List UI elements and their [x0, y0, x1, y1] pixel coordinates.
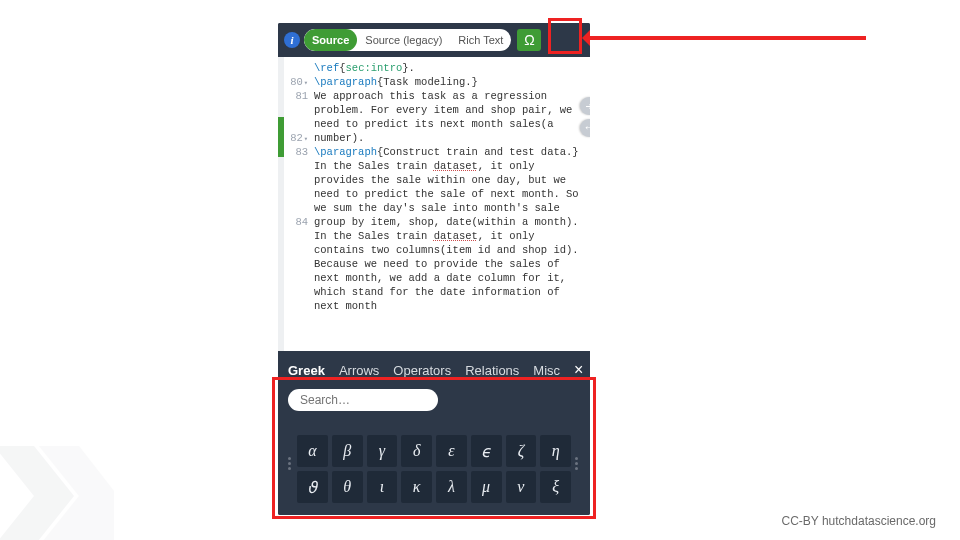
code-editor[interactable]: 80▾8182▾8384 \ref{sec:intro}.\paragraph{… — [278, 57, 590, 351]
annotation-arrow — [586, 36, 866, 40]
code-line[interactable]: \ref{sec:intro}. — [314, 61, 584, 75]
code-line[interactable]: \paragraph{Construct train and test data… — [314, 145, 584, 159]
symbol-category-tabs: Greek Arrows Operators Relations Misc × — [288, 361, 580, 379]
symbol-ξ[interactable]: ξ — [540, 471, 571, 503]
symbol-α[interactable]: α — [297, 435, 328, 467]
drag-handle-icon[interactable] — [288, 457, 293, 470]
symbol-palette: Greek Arrows Operators Relations Misc × … — [278, 351, 590, 515]
symbol-ν[interactable]: ν — [506, 471, 537, 503]
symbol-ε[interactable]: ε — [436, 435, 467, 467]
symbol-δ[interactable]: δ — [401, 435, 432, 467]
code-content[interactable]: \ref{sec:intro}.\paragraph{Task modeling… — [312, 57, 590, 351]
tab-greek[interactable]: Greek — [288, 363, 325, 378]
tab-source-legacy[interactable]: Source (legacy) — [357, 29, 450, 51]
view-mode-tabs: Source Source (legacy) Rich Text — [304, 29, 511, 51]
symbol-ϑ[interactable]: ϑ — [297, 471, 328, 503]
symbol-β[interactable]: β — [332, 435, 363, 467]
symbol-ϵ[interactable]: ϵ — [471, 435, 502, 467]
symbol-λ[interactable]: λ — [436, 471, 467, 503]
symbol-grid: αβγδεϵζηϑθικλμνξ — [297, 435, 571, 503]
code-line[interactable]: \paragraph{Task modeling.} — [314, 75, 584, 89]
symbol-θ[interactable]: θ — [332, 471, 363, 503]
code-line[interactable]: In the Sales train dataset, it only cont… — [314, 229, 584, 313]
info-icon[interactable]: i — [284, 32, 300, 48]
editor-app: i Source Source (legacy) Rich Text Ω 80▾… — [278, 23, 590, 515]
symbol-search-input[interactable] — [288, 389, 438, 411]
code-line[interactable]: We approach this task as a regression pr… — [314, 89, 584, 145]
symbol-κ[interactable]: κ — [401, 471, 432, 503]
tab-source[interactable]: Source — [304, 29, 357, 51]
symbol-ι[interactable]: ι — [367, 471, 398, 503]
tab-arrows[interactable]: Arrows — [339, 363, 379, 378]
credit-text: CC-BY hutchdatascience.org — [781, 514, 936, 528]
insert-symbol-button[interactable]: Ω — [517, 29, 541, 51]
code-line[interactable]: In the Sales train dataset, it only prov… — [314, 159, 584, 229]
tab-misc[interactable]: Misc — [533, 363, 560, 378]
symbol-η[interactable]: η — [540, 435, 571, 467]
drag-handle-icon[interactable] — [575, 457, 580, 470]
decorative-chevron — [0, 446, 114, 540]
tab-operators[interactable]: Operators — [393, 363, 451, 378]
close-icon[interactable]: × — [574, 361, 583, 379]
tab-rich-text[interactable]: Rich Text — [450, 29, 511, 51]
symbol-ζ[interactable]: ζ — [506, 435, 537, 467]
symbol-γ[interactable]: γ — [367, 435, 398, 467]
line-numbers: 80▾8182▾8384 — [284, 57, 312, 351]
symbol-μ[interactable]: μ — [471, 471, 502, 503]
toolbar: i Source Source (legacy) Rich Text Ω — [278, 23, 590, 57]
tab-relations[interactable]: Relations — [465, 363, 519, 378]
